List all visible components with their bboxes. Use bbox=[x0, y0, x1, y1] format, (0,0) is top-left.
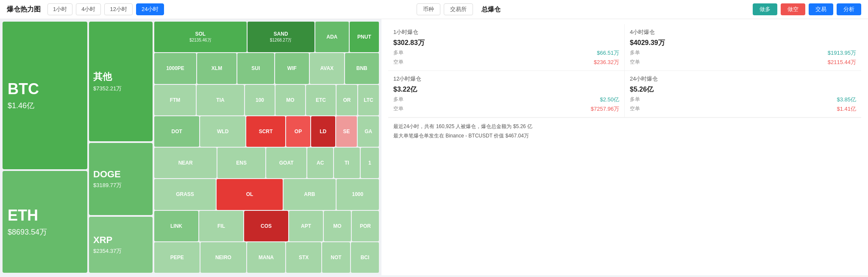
stat-24h: 24小时爆仓 $5.26亿 多单 $3.85亿 空单 $1.41亿 bbox=[625, 71, 861, 118]
doge-symbol: DOGE bbox=[93, 169, 148, 180]
btn-short[interactable]: 做空 bbox=[781, 3, 805, 15]
cell-sol[interactable]: SOL $2135.46万 bbox=[154, 22, 247, 52]
footer-text: 最近24小时，共有 160,925 人被爆仓，爆仓总金额为 $5.26 亿 最大… bbox=[388, 118, 861, 145]
cell-cos[interactable]: COS bbox=[244, 211, 288, 241]
cell-sand[interactable]: SAND $1268.27万 bbox=[248, 22, 314, 52]
eth-value: $8693.54万 bbox=[8, 227, 82, 237]
cell-bnb[interactable]: BNB bbox=[345, 53, 379, 84]
stat-4h-long-row: 多单 $1913.95万 bbox=[630, 49, 856, 57]
stat-4h-long-value: $1913.95万 bbox=[828, 49, 856, 57]
time-btn-12h[interactable]: 12小时 bbox=[104, 3, 132, 15]
cell-etc[interactable]: ETC bbox=[306, 85, 336, 115]
cell-ld[interactable]: LD bbox=[311, 116, 335, 147]
cell-wif[interactable]: WIF bbox=[275, 53, 309, 84]
stat-24h-total: $5.26亿 bbox=[630, 85, 856, 94]
cell-ac[interactable]: AC bbox=[307, 148, 333, 178]
eth-symbol: ETH bbox=[8, 207, 82, 224]
top-bar: 爆仓热力图 1小时 4小时 12小时 24小时 币种 交易所 总爆仓 做多 做空… bbox=[0, 0, 868, 19]
btn-analysis[interactable]: 分析 bbox=[837, 3, 861, 15]
stat-1h-long-label: 多单 bbox=[393, 49, 403, 57]
mosaic-row-7: LINK FIL COS APT MO POR bbox=[154, 211, 379, 241]
cell-ltc[interactable]: LTC bbox=[358, 85, 379, 115]
heatmap: BTC $1.46亿 ETH $8693.54万 其他 $7352.21万 DO… bbox=[0, 19, 381, 275]
cell-ens[interactable]: ENS bbox=[217, 148, 265, 178]
stat-1h-total: $302.83万 bbox=[393, 39, 619, 48]
qita-symbol: 其他 bbox=[93, 70, 148, 83]
footer-line2: 最大单笔爆仓单发生在 Binance - BTCUSDT 价值 $467.04万 bbox=[393, 132, 856, 141]
cell-por[interactable]: POR bbox=[352, 211, 379, 241]
cell-dot[interactable]: DOT bbox=[154, 116, 199, 147]
cell-1000arb[interactable]: 1000 bbox=[337, 179, 379, 210]
stat-4h-long-label: 多单 bbox=[630, 49, 640, 57]
cell-link[interactable]: LINK bbox=[154, 211, 198, 241]
cell-avax[interactable]: AVAX bbox=[310, 53, 344, 84]
xrp-value: $2354.37万 bbox=[93, 247, 148, 255]
mosaic-row-2: 1000PE XLM SUI WIF AVAX BNB bbox=[154, 53, 379, 84]
cell-ti[interactable]: TI bbox=[334, 148, 360, 178]
cell-op[interactable]: OP bbox=[286, 116, 310, 147]
cell-mana[interactable]: MANA bbox=[247, 242, 286, 273]
stat-1h-short-value: $236.32万 bbox=[594, 59, 619, 66]
btc-cell[interactable]: BTC $1.46亿 bbox=[3, 22, 87, 169]
right-mosaic: SOL $2135.46万 SAND $1268.27万 ADA PNUT 10… bbox=[154, 22, 379, 273]
cell-mo2[interactable]: MO bbox=[324, 211, 351, 241]
cell-grass[interactable]: GRASS bbox=[154, 179, 216, 210]
filter-exchange[interactable]: 交易所 bbox=[444, 3, 473, 15]
stat-1h-long-value: $66.51万 bbox=[597, 49, 619, 57]
cell-xlm[interactable]: XLM bbox=[197, 53, 236, 84]
cell-apt[interactable]: APT bbox=[289, 211, 323, 241]
cell-tia[interactable]: TIA bbox=[197, 85, 244, 115]
cell-pnut[interactable]: PNUT bbox=[350, 22, 379, 52]
cell-100[interactable]: 100 bbox=[245, 85, 275, 115]
btn-long[interactable]: 做多 bbox=[753, 3, 777, 15]
stat-12h-label: 12小时爆仓 bbox=[393, 75, 619, 83]
stat-1h-short-row: 空单 $236.32万 bbox=[393, 59, 619, 66]
cell-ftm[interactable]: FTM bbox=[154, 85, 196, 115]
cell-not[interactable]: NOT bbox=[322, 242, 350, 273]
cell-wld[interactable]: WLD bbox=[200, 116, 245, 147]
mosaic-row-5: NEAR ENS GOAT AC TI 1 bbox=[154, 148, 379, 178]
cell-ol[interactable]: OL bbox=[217, 179, 283, 210]
cell-ada[interactable]: ADA bbox=[315, 22, 349, 52]
stat-4h-label: 4小时爆仓 bbox=[630, 28, 856, 36]
cell-near[interactable]: NEAR bbox=[154, 148, 217, 178]
btn-trade[interactable]: 交易 bbox=[809, 3, 833, 15]
xrp-cell[interactable]: XRP $2354.37万 bbox=[89, 217, 153, 273]
cell-sui[interactable]: SUI bbox=[237, 53, 274, 84]
stat-4h-short-label: 空单 bbox=[630, 59, 640, 66]
qita-value: $7352.21万 bbox=[93, 85, 148, 92]
stat-24h-long-row: 多单 $3.85亿 bbox=[630, 96, 856, 104]
stat-1h: 1小时爆仓 $302.83万 多单 $66.51万 空单 $236.32万 bbox=[388, 24, 625, 71]
stat-24h-short-label: 空单 bbox=[630, 105, 640, 113]
mosaic-row-4: DOT WLD SCRT OP LD SE GA bbox=[154, 116, 379, 147]
stat-1h-label: 1小时爆仓 bbox=[393, 28, 619, 36]
eth-cell[interactable]: ETH $8693.54万 bbox=[3, 171, 87, 273]
cell-pepe[interactable]: PEPE bbox=[154, 242, 200, 273]
cell-1[interactable]: 1 bbox=[361, 148, 379, 178]
cell-ga[interactable]: GA bbox=[358, 116, 379, 147]
main-content: BTC $1.46亿 ETH $8693.54万 其他 $7352.21万 DO… bbox=[0, 19, 868, 275]
cell-neiro[interactable]: NEIRO bbox=[200, 242, 246, 273]
stat-12h-long-label: 多单 bbox=[393, 96, 403, 104]
cell-bci[interactable]: BCI bbox=[351, 242, 379, 273]
time-btn-4h[interactable]: 4小时 bbox=[76, 3, 101, 15]
stats-grid: 1小时爆仓 $302.83万 多单 $66.51万 空单 $236.32万 4小… bbox=[388, 24, 861, 118]
filter-coin[interactable]: 币种 bbox=[417, 3, 440, 15]
cell-or[interactable]: OR bbox=[337, 85, 357, 115]
stat-12h-total: $3.22亿 bbox=[393, 85, 619, 94]
btc-value: $1.46亿 bbox=[8, 101, 82, 111]
cell-1000pe[interactable]: 1000PE bbox=[154, 53, 196, 84]
left-col: BTC $1.46亿 ETH $8693.54万 bbox=[3, 22, 87, 273]
stat-24h-label: 24小时爆仓 bbox=[630, 75, 856, 83]
time-btn-1h[interactable]: 1小时 bbox=[47, 3, 72, 15]
cell-se[interactable]: SE bbox=[336, 116, 357, 147]
cell-mo[interactable]: MO bbox=[275, 85, 305, 115]
cell-stx[interactable]: STX bbox=[286, 242, 321, 273]
time-btn-24h[interactable]: 24小时 bbox=[136, 3, 164, 15]
doge-cell[interactable]: DOGE $3189.77万 bbox=[89, 143, 153, 215]
cell-fil[interactable]: FIL bbox=[199, 211, 243, 241]
cell-goat[interactable]: GOAT bbox=[266, 148, 306, 178]
cell-scrt[interactable]: SCRT bbox=[246, 116, 285, 147]
qita-cell[interactable]: 其他 $7352.21万 bbox=[89, 22, 153, 141]
cell-arb[interactable]: ARB bbox=[284, 179, 336, 210]
